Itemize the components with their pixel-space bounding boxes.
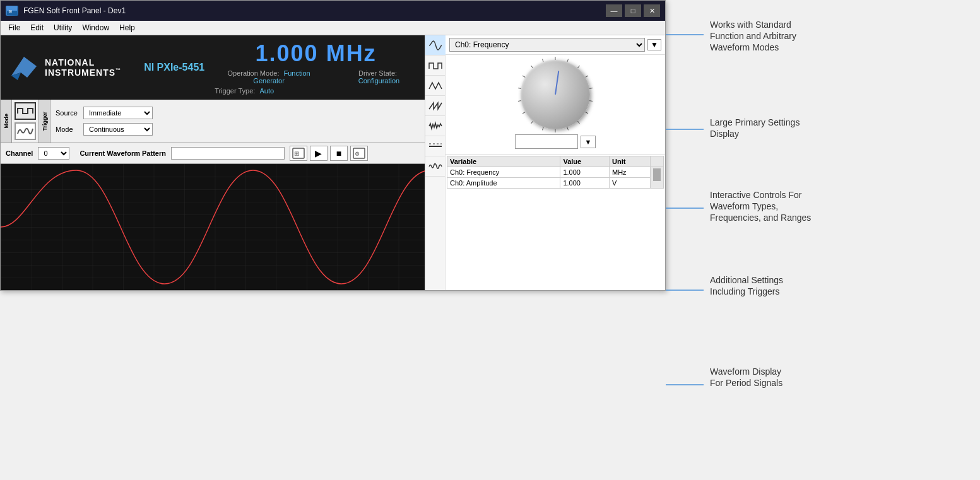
settings-table-area: Variable Value Unit Ch0: Frequency 1.000…	[446, 154, 665, 290]
knob-unit-dropdown[interactable]: ▼	[581, 136, 596, 148]
svg-line-23	[531, 121, 533, 124]
menu-file[interactable]: File	[3, 22, 25, 33]
waveform-display	[1, 164, 425, 290]
channel-label: Channel	[6, 149, 33, 157]
left-section: NATIONAL INSTRUMENTS™ NI PXIe-5451 1.000…	[1, 35, 425, 290]
wave-icon-sine[interactable]	[425, 35, 446, 56]
ni-bird-icon	[8, 54, 40, 82]
wave-icon-dc[interactable]	[425, 136, 446, 156]
trigger-source-select[interactable]: Immediate Software Digital Edge	[83, 107, 153, 119]
trigger-mode-row: Mode Continuous Burst Stepped	[56, 123, 153, 136]
table-row: Ch0: Frequency 1.000 MHz	[447, 167, 664, 178]
annotation-interactive-controls-text: Interactive Controls ForWaveform Types,F…	[710, 190, 811, 223]
ni-info-row: Operation Mode: Function Generator Drive…	[215, 69, 417, 85]
ni-brand-national: NATIONAL	[45, 57, 121, 67]
scroll-bar[interactable]	[651, 167, 664, 189]
mode-buttons	[12, 100, 38, 143]
knob-container[interactable]	[521, 60, 590, 129]
ni-device-label: NI PXIe-5451	[144, 62, 204, 73]
menu-bar: File Edit Utility Window Help	[1, 21, 665, 35]
mode-vertical-label: Mode	[3, 114, 9, 129]
stop-button[interactable]: ■	[330, 146, 348, 161]
row0-value: 1.000	[560, 167, 610, 178]
annotation-works-with: Works with StandardFunction and Arbitrar…	[710, 19, 796, 54]
waveform-pattern-label: Current Waveform Pattern	[80, 149, 166, 157]
svg-rect-9	[1, 164, 425, 290]
annotation-works-with-text: Works with StandardFunction and Arbitrar…	[710, 20, 796, 52]
minimize-button[interactable]: —	[606, 4, 622, 17]
annotation-additional-settings-text: Additional SettingsIncluding Triggers	[710, 275, 783, 296]
mode-btn-square[interactable]	[15, 102, 36, 120]
channel-dropdown-btn[interactable]: ▼	[647, 39, 661, 50]
annotation-additional-settings: Additional SettingsIncluding Triggers	[710, 274, 783, 297]
svg-text:⊞: ⊞	[294, 150, 299, 157]
close-button[interactable]: ✕	[644, 4, 660, 17]
trigger-label-bar: Trigger	[39, 100, 50, 143]
menu-utility[interactable]: Utility	[49, 22, 77, 33]
channel-dropdown-row: Ch0: Frequency ▼	[446, 35, 665, 55]
channel-select[interactable]: 0	[38, 147, 69, 160]
mode-label-bar: Mode	[1, 100, 12, 143]
row1-value: 1.000	[560, 178, 610, 189]
top-section: NATIONAL INSTRUMENTS™ NI PXIe-5451 1.000…	[1, 35, 665, 290]
waveform-pattern-input[interactable]: Sine pattern	[171, 147, 285, 160]
svg-text:≋: ≋	[8, 9, 13, 15]
trigger-type-val: Auto	[259, 87, 274, 95]
knob-area: 1.000 MHz ▼	[446, 55, 665, 154]
menu-window[interactable]: Window	[77, 22, 114, 33]
op-mode-label: Operation Mode:	[228, 69, 280, 77]
waveform-load-button[interactable]: ⊞	[290, 146, 307, 161]
ni-logo: NATIONAL INSTRUMENTS™	[8, 54, 121, 82]
ni-trigger-row: Trigger Type: Auto	[215, 87, 417, 95]
knob[interactable]	[521, 60, 590, 129]
knob-value-row: 1.000 MHz ▼	[515, 134, 596, 149]
svg-line-18	[586, 112, 588, 114]
trigger-vertical-label: Trigger	[42, 112, 48, 131]
trigger-controls: Source Immediate Software Digital Edge M…	[50, 100, 158, 143]
trigger-type-label: Trigger Type:	[215, 87, 255, 95]
main-window: ≋ FGEN Soft Front Panel - Dev1 — □ ✕ Fil…	[0, 0, 666, 291]
window-title: FGEN Soft Front Panel - Dev1	[23, 6, 601, 15]
maximize-button[interactable]: □	[625, 4, 641, 17]
knob-indicator	[555, 71, 559, 95]
mode-btn-arb[interactable]	[15, 122, 36, 140]
frequency-display: 1.000 MHz	[215, 40, 417, 67]
driver-state-val: Configuration	[358, 77, 399, 85]
waveform-svg	[1, 164, 425, 290]
svg-line-15	[586, 76, 588, 78]
wave-icon-square[interactable]	[425, 56, 446, 76]
run-button[interactable]: ▶	[310, 146, 328, 161]
table-header-unit: Unit	[610, 156, 651, 167]
table-header-value: Value	[560, 156, 610, 167]
ni-brand-instruments: INSTRUMENTS™	[45, 67, 121, 78]
trigger-mode-select[interactable]: Continuous Burst Stepped	[83, 123, 153, 136]
app-icon: ≋	[6, 6, 18, 16]
ni-freq-display: 1.000 MHz Operation Mode: Function Gener…	[215, 40, 417, 95]
annotation-interactive-controls: Interactive Controls ForWaveform Types,F…	[710, 189, 811, 224]
menu-edit[interactable]: Edit	[25, 22, 49, 33]
mode-section: Mode	[1, 100, 38, 143]
driver-state-label: Driver State:	[358, 69, 397, 77]
row0-unit: MHz	[610, 167, 651, 178]
settings-button[interactable]: ⚙	[350, 146, 368, 161]
table-row: Ch0: Amplitude 1.000 V	[447, 178, 664, 189]
wave-icon-arb[interactable]	[425, 156, 446, 177]
title-bar: ≋ FGEN Soft Front Panel - Dev1 — □ ✕	[1, 1, 665, 21]
wave-icon-noise[interactable]	[425, 116, 446, 136]
trigger-source-row: Source Immediate Software Digital Edge	[56, 107, 153, 119]
table-scroll-col	[651, 156, 664, 167]
channel-frequency-select[interactable]: Ch0: Frequency	[449, 38, 645, 52]
wave-icon-sawtooth[interactable]	[425, 96, 446, 116]
wave-icon-triangle[interactable]	[425, 76, 446, 96]
svg-text:⚙: ⚙	[355, 151, 360, 157]
row1-unit: V	[610, 178, 651, 189]
ni-brand: NATIONAL INSTRUMENTS™	[45, 57, 121, 78]
ni-header: NATIONAL INSTRUMENTS™ NI PXIe-5451 1.000…	[1, 35, 425, 100]
row0-variable: Ch0: Frequency	[447, 167, 560, 178]
annotation-lines-svg	[666, 0, 980, 480]
channel-row: Channel 0 Current Waveform Pattern Sine …	[1, 143, 425, 164]
channel-buttons: ⊞ ▶ ■ ⚙	[290, 146, 368, 161]
knob-value-input[interactable]: 1.000 MHz	[515, 134, 578, 149]
menu-help[interactable]: Help	[114, 22, 140, 33]
knob-table-column: Ch0: Frequency ▼	[446, 35, 665, 290]
